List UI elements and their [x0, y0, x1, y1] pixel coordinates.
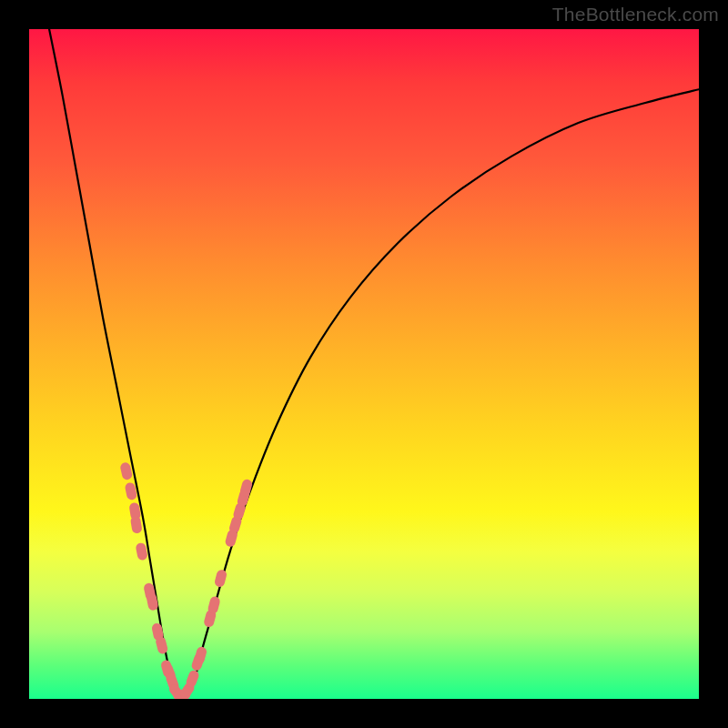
- curve-marker: [214, 569, 228, 588]
- plot-svg: [29, 29, 699, 699]
- curve-marker: [130, 515, 143, 534]
- curve-marker: [146, 592, 159, 612]
- curve-marker: [119, 461, 133, 480]
- chart-frame: TheBottleneck.com: [0, 0, 728, 728]
- plot-area: [29, 29, 699, 699]
- curve-marker: [135, 542, 148, 561]
- watermark-text: TheBottleneck.com: [552, 4, 719, 25]
